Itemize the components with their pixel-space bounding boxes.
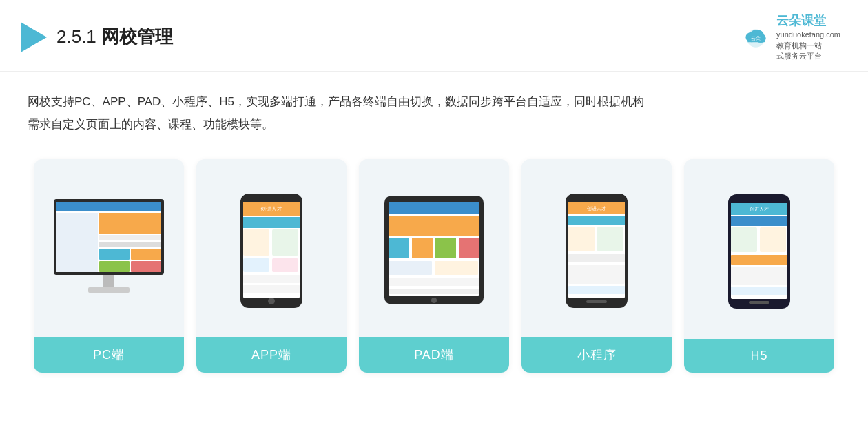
svg-rect-65	[731, 255, 787, 265]
svg-rect-67	[731, 287, 787, 295]
pad-mockup	[379, 192, 489, 309]
miniprogram-image-area: 创进人才	[551, 159, 642, 337]
svg-rect-30	[243, 285, 300, 293]
svg-rect-54	[568, 265, 625, 284]
brand-name: 云朵课堂	[776, 12, 840, 30]
page-container: 2.5.1 网校管理 云朵 云朵课堂 yunduoketang.com 教育机构…	[0, 0, 868, 434]
svg-rect-27	[243, 258, 269, 272]
svg-text:创进人才: 创进人才	[587, 206, 606, 211]
brand-tagline: 教育机构一站式服务云平台	[776, 41, 840, 62]
svg-text:云朵: 云朵	[751, 36, 761, 41]
svg-rect-50	[568, 216, 625, 225]
svg-rect-15	[99, 261, 130, 272]
svg-rect-26	[272, 229, 298, 256]
svg-rect-53	[568, 254, 625, 262]
svg-rect-17	[103, 275, 114, 289]
header-left: 2.5.1 网校管理	[21, 22, 173, 52]
page-title: 2.5.1 网校管理	[56, 25, 173, 49]
svg-rect-39	[435, 238, 456, 258]
h5-label: H5	[684, 339, 834, 373]
svg-rect-29	[243, 275, 300, 283]
miniprogram-mockup: 创进人才	[562, 192, 631, 309]
svg-rect-52	[597, 227, 623, 251]
svg-point-34	[431, 298, 437, 303]
svg-rect-63	[731, 227, 757, 252]
pc-label: PC端	[34, 337, 184, 373]
svg-rect-66	[731, 267, 787, 285]
svg-rect-44	[389, 289, 479, 294]
logo-triangle-icon	[21, 22, 47, 52]
app-label: APP端	[196, 337, 347, 373]
svg-rect-14	[131, 249, 161, 260]
description-text: 网校支持PC、APP、PAD、小程序、H5，实现多端打通，产品各终端自由切换，数…	[28, 91, 840, 136]
svg-rect-47	[584, 196, 609, 201]
card-pad: PAD端	[359, 159, 509, 373]
card-pc: PC端	[34, 159, 184, 373]
svg-rect-13	[99, 249, 130, 260]
svg-rect-55	[568, 286, 625, 294]
description-section: 网校支持PC、APP、PAD、小程序、H5，实现多端打通，产品各终端自由切换，数…	[0, 72, 868, 143]
svg-rect-28	[272, 258, 298, 272]
brand-icon: 云朵	[741, 22, 771, 52]
h5-image-area: 创进人才	[714, 159, 805, 339]
svg-rect-37	[389, 238, 409, 258]
miniprogram-label: 小程序	[521, 337, 672, 373]
svg-rect-59	[747, 196, 772, 202]
svg-rect-36	[389, 216, 479, 236]
svg-rect-11	[99, 235, 161, 240]
svg-rect-10	[99, 213, 161, 234]
svg-rect-8	[56, 202, 161, 211]
header: 2.5.1 网校管理 云朵 云朵课堂 yunduoketang.com 教育机构…	[0, 0, 868, 72]
brand-text: 云朵课堂 yunduoketang.com 教育机构一站式服务云平台	[776, 12, 840, 61]
brand-site: yunduoketang.com	[776, 30, 840, 40]
svg-point-31	[268, 298, 275, 304]
svg-rect-16	[131, 261, 161, 272]
card-app: 创进人才 APP端	[196, 159, 347, 373]
h5-mockup: 创进人才	[725, 193, 794, 310]
svg-rect-42	[435, 261, 478, 275]
svg-rect-24	[243, 217, 300, 228]
svg-rect-62	[731, 216, 787, 226]
pc-image-area	[36, 159, 182, 337]
svg-text:创进人才: 创进人才	[260, 206, 282, 212]
card-miniprogram: 创进人才 小程序	[521, 159, 672, 373]
svg-rect-68	[749, 301, 769, 304]
svg-rect-21	[259, 196, 284, 201]
pc-mockup	[47, 196, 171, 306]
pad-label: PAD端	[359, 337, 509, 373]
app-image-area: 创进人才	[226, 159, 317, 337]
svg-rect-40	[459, 238, 479, 258]
svg-rect-35	[389, 202, 479, 214]
svg-rect-25	[243, 229, 269, 256]
svg-rect-64	[760, 227, 786, 252]
svg-rect-12	[99, 242, 161, 247]
app-mockup: 创进人才	[237, 192, 306, 309]
svg-rect-56	[586, 300, 607, 303]
svg-text:创进人才: 创进人才	[750, 207, 769, 212]
svg-rect-18	[88, 287, 130, 293]
brand-logo: 云朵 云朵课堂 yunduoketang.com 教育机构一站式服务云平台	[741, 12, 840, 61]
svg-rect-51	[568, 227, 595, 251]
svg-rect-38	[412, 238, 433, 258]
svg-rect-41	[389, 261, 432, 275]
card-h5: 创进人才 H5	[684, 159, 834, 373]
svg-rect-9	[56, 213, 98, 272]
svg-rect-43	[389, 278, 479, 286]
pad-image-area	[368, 159, 500, 337]
cards-section: PC端 创进人才	[0, 143, 868, 393]
